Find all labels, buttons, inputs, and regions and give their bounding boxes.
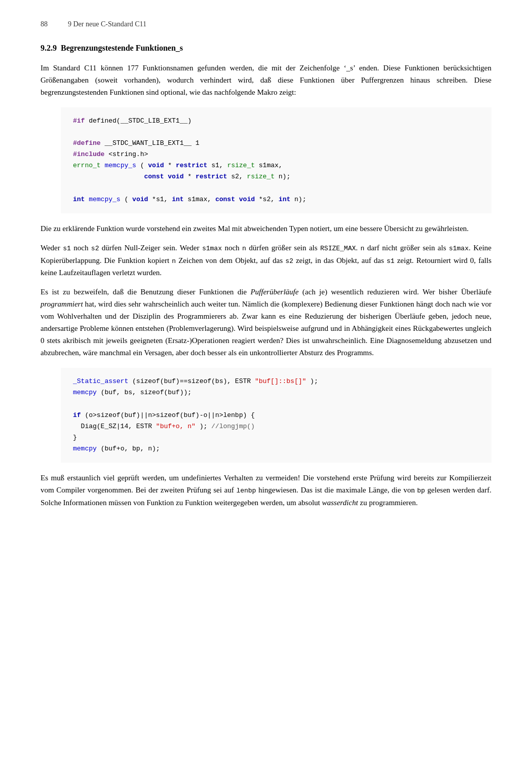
paragraph-1: Im Standard C11 können 177 Funktionsname…: [41, 62, 491, 98]
section-number: 9.2.9: [41, 44, 57, 52]
inline-lenbp: lenbp: [236, 487, 256, 495]
inline-bp: bp: [417, 487, 425, 495]
code-line: #if defined(__STDC_LIB_EXT1__): [73, 116, 479, 127]
code-comment-1: //longjmp(): [211, 423, 255, 430]
code-memcpy_s-2: memcpy_s: [89, 196, 120, 203]
italic-wasserdicht: wasserdicht: [322, 499, 358, 507]
inline-s2-2: s2: [285, 257, 293, 265]
code-void-2: void: [168, 173, 183, 180]
code-void-3: void: [132, 196, 148, 203]
section-title: Begrenzungstestende Funktionen_s: [61, 44, 183, 52]
code-line-blank: [73, 399, 479, 410]
code-int-3: int: [279, 196, 290, 203]
code-line: memcpy (buf+o, bp, n);: [73, 443, 479, 454]
code-line: #define __STDC_WANT_LIB_EXT1__ 1: [73, 138, 479, 149]
inline-rsize: RSIZE_MAX: [320, 245, 356, 252]
code-line-blank: [73, 127, 479, 138]
code-memcpy-1: memcpy: [73, 389, 97, 396]
code-restrict-1: restrict: [176, 162, 207, 169]
page-number: 88: [41, 20, 48, 28]
inline-n2: n: [360, 245, 364, 252]
inline-s1: s1: [63, 245, 71, 252]
page-header: 88 9 Der neue C-Standard C11: [41, 20, 491, 28]
code-void-1: void: [148, 162, 164, 169]
code-include: #include: [73, 150, 104, 158]
code-line-blank: [73, 183, 479, 194]
code-static-assert: _Static_assert: [73, 377, 128, 385]
code-rsize_t-1: rsize_t: [227, 162, 255, 169]
code-memcpy_s-1: memcpy_s: [104, 162, 136, 169]
code-errno_t: errno_t: [73, 162, 101, 169]
code-line-int-memcpy: int memcpy_s ( void *s1, int s1max, cons…: [73, 194, 479, 205]
paragraph-4: Es ist zu bezweifeln, daß die Benutzung …: [41, 286, 491, 359]
code-rsize_t-2: rsize_t: [247, 173, 275, 180]
code-block-1: #if defined(__STDC_LIB_EXT1__) #define _…: [61, 107, 491, 213]
code-string-2: "buf+o, n": [156, 423, 196, 430]
inline-n: n: [242, 245, 246, 252]
code-line: const void * restrict s2, rsize_t n);: [73, 171, 479, 182]
inline-s2: s2: [91, 245, 99, 252]
code-const-1: const: [144, 173, 164, 180]
code-define: #define: [73, 139, 101, 147]
paragraph-2: Die zu erklärende Funktion wurde vorsteh…: [41, 222, 491, 235]
inline-s1max: s1max: [202, 245, 222, 252]
section-heading: 9.2.9 Begrenzungstestende Funktionen_s: [41, 44, 491, 53]
code-int-2: int: [172, 196, 183, 203]
code-block-2: _Static_assert (sizeof(buf)==sizeof(bs),…: [61, 368, 491, 463]
inline-s1-2: s1: [387, 257, 395, 265]
code-line: _Static_assert (sizeof(buf)==sizeof(bs),…: [73, 376, 479, 387]
code-line: if (o>sizeof(buf)||n>sizeof(buf)-o||n>le…: [73, 410, 479, 421]
inline-s1max2: s1max: [449, 245, 469, 252]
code-void-4: void: [239, 196, 255, 203]
italic-programmiert: programmiert: [41, 300, 83, 308]
code-line: memcpy (buf, bs, sizeof(buf));: [73, 387, 479, 398]
code-line: #include <string.h>: [73, 149, 479, 160]
code-line: Diag(E_SZ|14, ESTR "buf+o, n" ); //longj…: [73, 421, 479, 432]
code-const-2: const: [215, 196, 235, 203]
code-line: }: [73, 432, 479, 443]
code-if-keyword: if: [73, 411, 81, 419]
code-restrict-2: restrict: [196, 173, 227, 180]
paragraph-3: Weder s1 noch s2 dürfen Null-Zeiger sein…: [41, 242, 491, 279]
code-int-keyword: int: [73, 196, 85, 203]
code-line: errno_t memcpy_s ( void * restrict s1, r…: [73, 160, 479, 171]
paragraph-5: Es muß erstaunlich viel geprüft werden, …: [41, 472, 491, 509]
code-string-1: "buf[]::bs[]": [255, 377, 306, 385]
chapter-title: 9 Der neue C-Standard C11: [68, 20, 146, 28]
italic-pufferueberlaeufe: Pufferüberläufe: [250, 288, 298, 296]
code-if: #if: [73, 117, 85, 125]
inline-n3: n: [172, 257, 176, 265]
code-memcpy-2: memcpy: [73, 445, 97, 452]
